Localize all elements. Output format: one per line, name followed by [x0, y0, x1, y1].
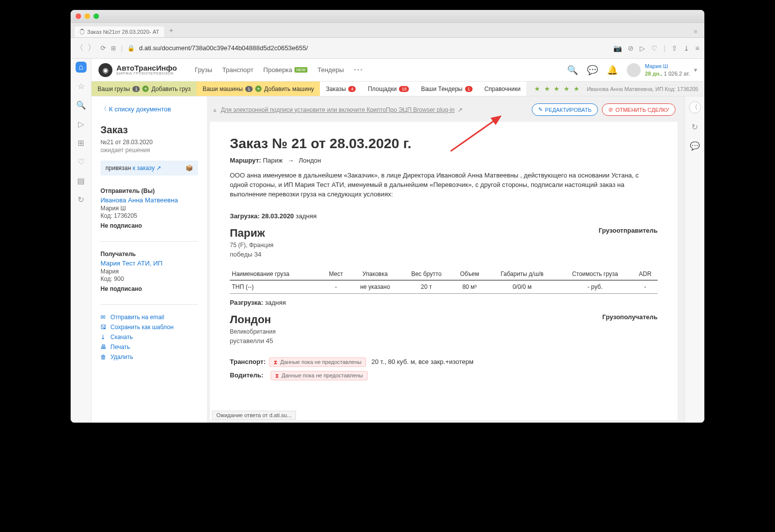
news-icon[interactable]: ▤	[76, 175, 87, 186]
sender-label: Отправитель (Вы)	[100, 187, 198, 194]
browser-left-rail: ⌂ ☆ 🔍 ▷ ⊞ ♡ ▤ ↻	[71, 59, 92, 423]
site-header: ◉ АвтоТрансИнфо БИРЖА ГРУЗОПЕРЕВОЗОК Гру…	[92, 59, 704, 82]
consignee-label: Грузополучатель	[602, 313, 658, 321]
lock-icon: 🔒	[127, 45, 135, 52]
pending-badge: ⧗Данные пока не предоставлены	[271, 371, 367, 380]
logo[interactable]: ◉ АвтоТрансИнфо БИРЖА ГРУЗОПЕРЕВОЗОК	[98, 63, 177, 77]
subnav-refs[interactable]: Справочники	[484, 86, 521, 92]
recipient-link[interactable]: Мария Тест АТИ, ИП	[100, 260, 198, 267]
download-action[interactable]: ⤓Скачать	[100, 334, 198, 341]
nav-cargo[interactable]: Грузы	[195, 66, 212, 74]
sender-link[interactable]: Иванова Анна Матвеевна	[100, 196, 198, 204]
chat-icon[interactable]: 💬	[587, 65, 598, 76]
user-menu[interactable]: Мария Ш 28 дн., 1 026.2 ат. ▾	[627, 63, 697, 77]
unloading-city: Лондон	[230, 313, 276, 326]
heart-icon[interactable]: ♡	[651, 44, 658, 52]
new-badge: NEW	[294, 67, 308, 73]
delete-action[interactable]: 🗑Удалить	[100, 354, 198, 360]
logo-title: АвтоТрансИнфо	[116, 64, 177, 72]
plus-icon: +	[255, 86, 262, 92]
history-icon[interactable]: ↻	[689, 121, 700, 132]
company-info: Иванова Анна Матвеевна, ИП Код: 1736205	[587, 86, 698, 92]
forward-button[interactable]: 〉	[88, 43, 96, 53]
download-icon: ⤓	[100, 334, 107, 341]
hourglass-icon: ⧗	[274, 359, 278, 365]
subnav-tenders[interactable]: Ваши Тендеры	[421, 86, 462, 92]
play-icon[interactable]: ▷	[640, 44, 645, 52]
recipient-label: Получатель	[100, 251, 198, 258]
edit-button[interactable]: ✎ РЕДАКТИРОВАТЬ	[532, 103, 598, 116]
share-icon[interactable]: ⇧	[672, 44, 678, 52]
subnav-add-cargo[interactable]: Добавить груз	[151, 86, 191, 92]
rating-stars: ★ ★ ★ ★ ★	[534, 85, 580, 92]
window-maximize[interactable]	[94, 13, 99, 19]
cube-icon: 📦	[186, 165, 193, 172]
heart-rail-icon[interactable]: ♡	[76, 156, 87, 167]
window-close[interactable]	[76, 13, 81, 19]
document-sidebar: 〈 К списку документов Заказ №21 от 28.03…	[92, 96, 207, 423]
download-icon[interactable]: ⤓	[683, 44, 689, 52]
browser-tab[interactable]: Заказ №21от 28.03.2020- АТ	[75, 26, 164, 37]
tabs-menu-icon[interactable]: ≡	[690, 26, 700, 37]
arrow-right-icon: →	[288, 157, 294, 164]
subnav-trucks[interactable]: Ваши машины	[202, 86, 243, 92]
bell-icon[interactable]: 🔔	[607, 65, 618, 76]
send-email-action[interactable]: ✉Отправить на email	[100, 314, 198, 321]
trash-icon: 🗑	[100, 354, 107, 360]
order-title: Заказ	[100, 124, 198, 136]
menu-icon[interactable]: ≡	[695, 44, 699, 52]
document-intro: ООО анна именуемое в дальнейшем «Заказчи…	[230, 171, 658, 199]
save-template-action[interactable]: 🖫Сохранить как шаблон	[100, 324, 198, 331]
nav-tenders[interactable]: Тендеры	[317, 66, 344, 74]
back-link[interactable]: 〈 К списку документов	[100, 104, 198, 113]
nav-more[interactable]: •••	[354, 66, 364, 74]
document-title: Заказ № 21 от 28.03.2020 г.	[230, 136, 658, 152]
new-tab-button[interactable]: +	[166, 24, 176, 36]
reload-button[interactable]: ⟳	[100, 44, 106, 52]
browser-toolbar: 〈 〉 ⟳ ⊞ | 🔒 d.ati.su/document/738a00c39e…	[71, 38, 704, 59]
collapse-button[interactable]: 〈	[689, 101, 701, 113]
cancel-deal-button[interactable]: ⊘ ОТМЕНИТЬ СДЕЛКУ	[602, 103, 676, 116]
messages-icon[interactable]: 💬	[689, 140, 700, 151]
plugin-warning[interactable]: ▲ Для электронной подписи установите или…	[212, 106, 463, 113]
send-icon[interactable]: ▷	[76, 118, 87, 129]
hourglass-icon: ⧗	[275, 372, 279, 379]
nav-transport[interactable]: Транспорт	[222, 66, 254, 74]
subnav-sites[interactable]: Площадки	[368, 86, 396, 92]
grid-icon[interactable]: ⊞	[76, 137, 87, 148]
linked-order[interactable]: привязан к заказу ↗ 📦	[100, 161, 198, 176]
plus-icon: +	[142, 86, 149, 92]
avatar	[627, 63, 641, 77]
right-rail: 〈 ↻ 💬	[684, 96, 704, 423]
table-row: ТНП (--) - не указано 20 т 80 м³ 0/0/0 м…	[230, 280, 658, 293]
subnav-cargo[interactable]: Ваши грузы	[97, 86, 130, 92]
user-name: Мария Ш	[645, 63, 690, 70]
subnav-add-truck[interactable]: Добавить машину	[264, 86, 314, 92]
print-icon: 🖶	[100, 344, 107, 351]
apps-button[interactable]: ⊞	[111, 45, 116, 52]
pencil-icon: ✎	[538, 106, 543, 113]
url-text[interactable]: d.ati.su/document/738a00c39e744b04888d5d…	[139, 44, 308, 52]
pending-badge: ⧗Данные пока не предоставлены	[269, 357, 366, 367]
search-header-icon[interactable]: 🔍	[567, 65, 578, 76]
adblock-icon[interactable]: ⊘	[628, 44, 634, 52]
back-button[interactable]: 〈	[76, 43, 84, 53]
history-rail-icon[interactable]: ↻	[76, 194, 87, 205]
camera-icon[interactable]: 📷	[613, 44, 622, 52]
sub-header: Ваши грузы 1 + Добавить груз Ваши машины…	[92, 82, 704, 96]
external-link-icon: ↗	[458, 106, 463, 113]
window-minimize[interactable]	[85, 13, 90, 19]
logo-sub: БИРЖА ГРУЗОПЕРЕВОЗОК	[116, 72, 177, 76]
status-bar: Ожидание ответа от d.ati.su...	[212, 411, 296, 420]
loading-spinner-icon	[80, 29, 85, 35]
window-titlebar	[71, 10, 704, 23]
chevron-left-icon: 〈	[100, 104, 107, 113]
cargo-table: Наименование груза Мест Упаковка Вес бру…	[230, 268, 658, 294]
tab-title: Заказ №21от 28.03.2020- АТ	[87, 29, 159, 35]
star-icon[interactable]: ☆	[76, 81, 87, 91]
nav-check[interactable]: Проверка NEW	[263, 66, 307, 74]
subnav-orders[interactable]: Заказы	[326, 86, 346, 92]
search-icon[interactable]: 🔍	[76, 99, 87, 110]
home-icon[interactable]: ⌂	[76, 62, 87, 73]
print-action[interactable]: 🖶Печать	[100, 344, 198, 351]
